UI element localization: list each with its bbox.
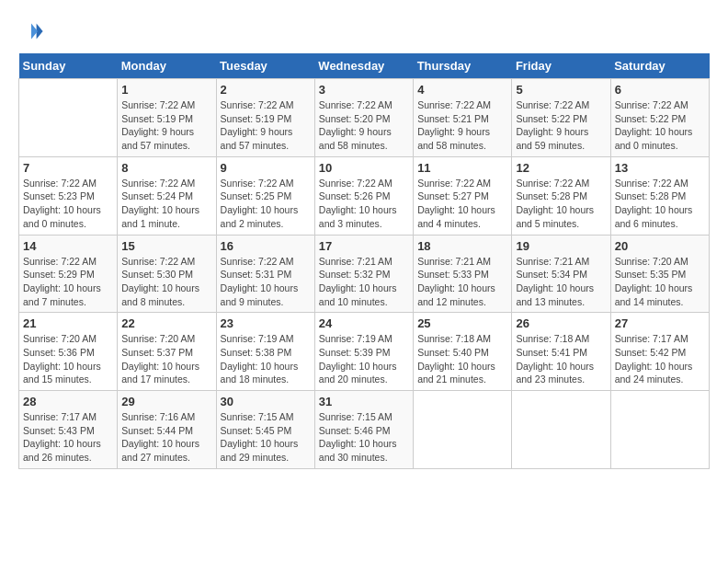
calendar-cell: 16Sunrise: 7:22 AM Sunset: 5:31 PM Dayli…	[216, 235, 314, 313]
calendar-cell: 29Sunrise: 7:16 AM Sunset: 5:44 PM Dayli…	[118, 391, 216, 469]
day-number: 20	[615, 239, 705, 253]
day-info: Sunrise: 7:15 AM Sunset: 5:46 PM Dayligh…	[319, 410, 409, 465]
day-info: Sunrise: 7:22 AM Sunset: 5:23 PM Dayligh…	[23, 177, 113, 231]
calendar-cell: 8Sunrise: 7:22 AM Sunset: 5:24 PM Daylig…	[118, 156, 216, 235]
day-info: Sunrise: 7:21 AM Sunset: 5:32 PM Dayligh…	[319, 255, 409, 309]
calendar-cell: 2Sunrise: 7:22 AM Sunset: 5:19 PM Daylig…	[216, 79, 314, 157]
calendar-cell	[512, 391, 610, 469]
day-number: 3	[319, 83, 409, 97]
day-info: Sunrise: 7:22 AM Sunset: 5:28 PM Dayligh…	[516, 177, 606, 231]
day-info: Sunrise: 7:22 AM Sunset: 5:19 PM Dayligh…	[121, 98, 211, 153]
calendar-cell	[19, 79, 118, 157]
day-number: 10	[319, 161, 409, 175]
calendar-cell: 30Sunrise: 7:15 AM Sunset: 5:45 PM Dayli…	[216, 391, 314, 469]
day-info: Sunrise: 7:16 AM Sunset: 5:44 PM Dayligh…	[121, 410, 211, 465]
day-number: 24	[319, 316, 409, 330]
day-info: Sunrise: 7:22 AM Sunset: 5:22 PM Dayligh…	[615, 98, 705, 153]
calendar-cell: 21Sunrise: 7:20 AM Sunset: 5:36 PM Dayli…	[19, 313, 118, 391]
weekday-header-thursday: Thursday	[414, 53, 512, 79]
day-number: 22	[121, 316, 211, 330]
day-number: 8	[121, 161, 211, 175]
day-number: 14	[23, 239, 113, 253]
day-info: Sunrise: 7:22 AM Sunset: 5:19 PM Dayligh…	[221, 98, 311, 153]
calendar-cell: 12Sunrise: 7:22 AM Sunset: 5:28 PM Dayli…	[512, 156, 610, 235]
day-info: Sunrise: 7:22 AM Sunset: 5:20 PM Dayligh…	[319, 98, 409, 153]
day-number: 11	[417, 161, 507, 175]
day-info: Sunrise: 7:22 AM Sunset: 5:22 PM Dayligh…	[516, 98, 606, 153]
day-number: 5	[516, 83, 606, 97]
day-info: Sunrise: 7:17 AM Sunset: 5:43 PM Dayligh…	[23, 410, 113, 465]
calendar-table: SundayMondayTuesdayWednesdayThursdayFrid…	[18, 53, 710, 469]
weekday-header-saturday: Saturday	[610, 53, 709, 79]
calendar-cell: 20Sunrise: 7:20 AM Sunset: 5:35 PM Dayli…	[610, 235, 709, 313]
calendar-cell: 19Sunrise: 7:21 AM Sunset: 5:34 PM Dayli…	[512, 235, 610, 313]
calendar-cell: 22Sunrise: 7:20 AM Sunset: 5:37 PM Dayli…	[118, 313, 216, 391]
day-info: Sunrise: 7:22 AM Sunset: 5:27 PM Dayligh…	[417, 177, 507, 231]
calendar-cell: 3Sunrise: 7:22 AM Sunset: 5:20 PM Daylig…	[314, 79, 413, 157]
day-number: 19	[516, 239, 606, 253]
calendar-cell: 25Sunrise: 7:18 AM Sunset: 5:40 PM Dayli…	[414, 313, 512, 391]
day-info: Sunrise: 7:22 AM Sunset: 5:25 PM Dayligh…	[221, 177, 311, 231]
calendar-cell: 24Sunrise: 7:19 AM Sunset: 5:39 PM Dayli…	[314, 313, 413, 391]
day-number: 18	[417, 239, 507, 253]
calendar-cell: 7Sunrise: 7:22 AM Sunset: 5:23 PM Daylig…	[19, 156, 118, 235]
weekday-header-monday: Monday	[118, 53, 216, 79]
day-info: Sunrise: 7:20 AM Sunset: 5:35 PM Dayligh…	[615, 255, 705, 309]
calendar-cell: 23Sunrise: 7:19 AM Sunset: 5:38 PM Dayli…	[216, 313, 314, 391]
week-row-1: 1Sunrise: 7:22 AM Sunset: 5:19 PM Daylig…	[19, 79, 710, 157]
weekday-header-sunday: Sunday	[19, 53, 118, 79]
day-number: 25	[417, 316, 507, 330]
day-number: 7	[23, 161, 113, 175]
weekday-header-friday: Friday	[512, 53, 610, 79]
calendar-cell: 18Sunrise: 7:21 AM Sunset: 5:33 PM Dayli…	[414, 235, 512, 313]
day-info: Sunrise: 7:18 AM Sunset: 5:41 PM Dayligh…	[516, 332, 606, 386]
day-number: 31	[319, 395, 409, 408]
calendar-cell: 13Sunrise: 7:22 AM Sunset: 5:28 PM Dayli…	[610, 156, 709, 235]
day-number: 17	[319, 239, 409, 253]
calendar-cell: 1Sunrise: 7:22 AM Sunset: 5:19 PM Daylig…	[118, 79, 216, 157]
calendar-cell: 4Sunrise: 7:22 AM Sunset: 5:21 PM Daylig…	[414, 79, 512, 157]
week-row-5: 28Sunrise: 7:17 AM Sunset: 5:43 PM Dayli…	[19, 391, 710, 469]
calendar-cell: 14Sunrise: 7:22 AM Sunset: 5:29 PM Dayli…	[19, 235, 118, 313]
day-info: Sunrise: 7:22 AM Sunset: 5:30 PM Dayligh…	[121, 255, 211, 309]
calendar-cell: 11Sunrise: 7:22 AM Sunset: 5:27 PM Dayli…	[414, 156, 512, 235]
day-number: 27	[615, 316, 705, 330]
day-info: Sunrise: 7:15 AM Sunset: 5:45 PM Dayligh…	[221, 410, 311, 465]
day-number: 28	[23, 395, 113, 408]
page-header	[18, 18, 710, 44]
day-number: 16	[221, 239, 311, 253]
day-info: Sunrise: 7:20 AM Sunset: 5:36 PM Dayligh…	[23, 332, 113, 386]
weekday-header-row: SundayMondayTuesdayWednesdayThursdayFrid…	[19, 53, 710, 79]
week-row-3: 14Sunrise: 7:22 AM Sunset: 5:29 PM Dayli…	[19, 235, 710, 313]
day-number: 29	[121, 395, 211, 408]
day-number: 23	[221, 316, 311, 330]
calendar-cell: 31Sunrise: 7:15 AM Sunset: 5:46 PM Dayli…	[314, 391, 413, 469]
day-info: Sunrise: 7:22 AM Sunset: 5:31 PM Dayligh…	[221, 255, 311, 309]
calendar-cell: 27Sunrise: 7:17 AM Sunset: 5:42 PM Dayli…	[610, 313, 709, 391]
day-info: Sunrise: 7:22 AM Sunset: 5:21 PM Dayligh…	[417, 98, 507, 153]
day-number: 13	[615, 161, 705, 175]
calendar-cell: 10Sunrise: 7:22 AM Sunset: 5:26 PM Dayli…	[314, 156, 413, 235]
calendar-cell	[610, 391, 709, 469]
day-number: 4	[417, 83, 507, 97]
day-info: Sunrise: 7:19 AM Sunset: 5:38 PM Dayligh…	[221, 332, 311, 386]
calendar-cell: 17Sunrise: 7:21 AM Sunset: 5:32 PM Dayli…	[314, 235, 413, 313]
day-number: 2	[221, 83, 311, 97]
day-info: Sunrise: 7:22 AM Sunset: 5:28 PM Dayligh…	[615, 177, 705, 231]
day-number: 6	[615, 83, 705, 97]
weekday-header-tuesday: Tuesday	[216, 53, 314, 79]
day-number: 21	[23, 316, 113, 330]
day-info: Sunrise: 7:21 AM Sunset: 5:33 PM Dayligh…	[417, 255, 507, 309]
day-number: 30	[221, 395, 311, 408]
calendar-cell: 26Sunrise: 7:18 AM Sunset: 5:41 PM Dayli…	[512, 313, 610, 391]
day-number: 15	[121, 239, 211, 253]
day-info: Sunrise: 7:22 AM Sunset: 5:29 PM Dayligh…	[23, 255, 113, 309]
day-info: Sunrise: 7:22 AM Sunset: 5:26 PM Dayligh…	[319, 177, 409, 231]
day-info: Sunrise: 7:19 AM Sunset: 5:39 PM Dayligh…	[319, 332, 409, 386]
day-info: Sunrise: 7:20 AM Sunset: 5:37 PM Dayligh…	[121, 332, 211, 386]
day-number: 9	[221, 161, 311, 175]
day-number: 1	[121, 83, 211, 97]
day-info: Sunrise: 7:21 AM Sunset: 5:34 PM Dayligh…	[516, 255, 606, 309]
day-number: 12	[516, 161, 606, 175]
calendar-cell	[414, 391, 512, 469]
